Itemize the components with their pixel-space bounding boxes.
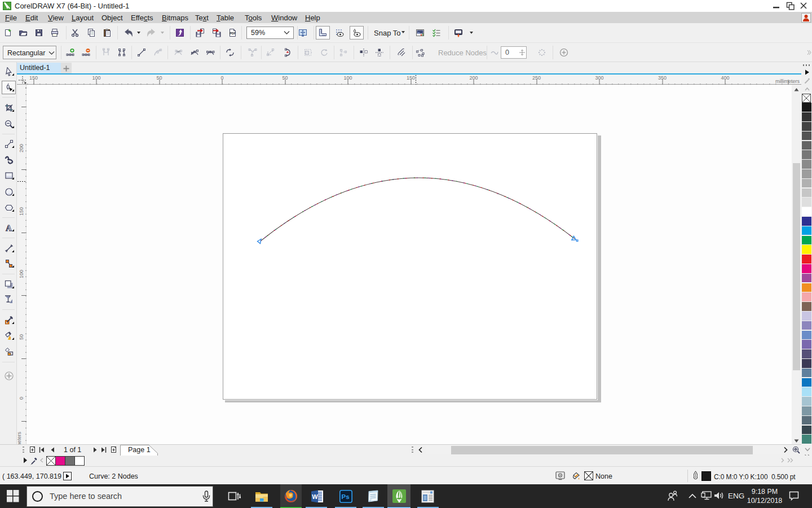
- svg-text:W: W: [312, 493, 318, 500]
- svg-text:PDF: PDF: [230, 32, 236, 35]
- svg-text:Ps: Ps: [342, 493, 350, 500]
- svg-text:A: A: [6, 224, 12, 233]
